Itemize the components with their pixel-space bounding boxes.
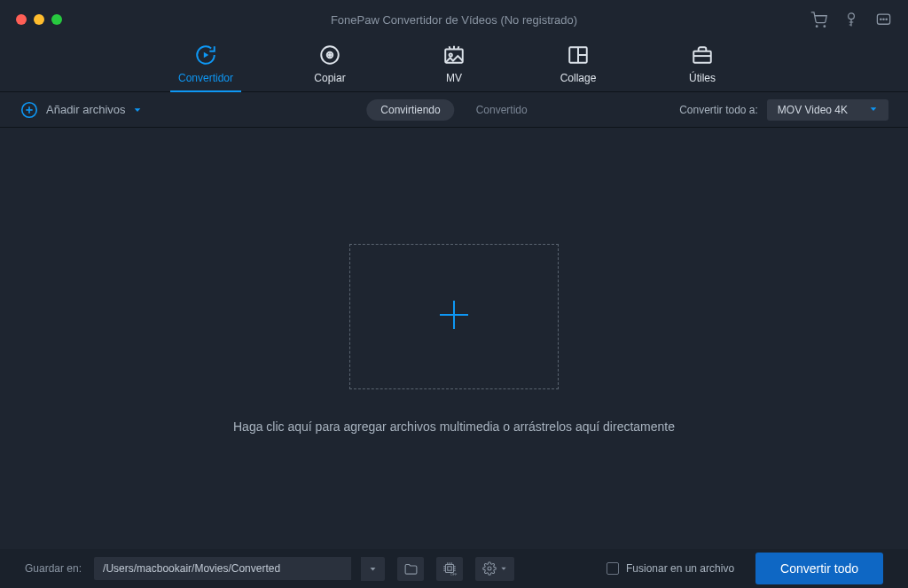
svg-marker-7 xyxy=(204,52,208,59)
svg-text:OFF: OFF xyxy=(450,573,458,576)
settings-button[interactable] xyxy=(475,557,514,581)
tab-label: Convertidor xyxy=(178,72,233,84)
app-title: FonePaw Convertidor de Vídeos (No regist… xyxy=(331,13,577,27)
convert-all-label: Convertir todo a: xyxy=(679,104,758,116)
tab-label: Útiles xyxy=(689,72,716,84)
tab-convertidor[interactable]: Convertidor xyxy=(170,43,241,91)
svg-point-1 xyxy=(824,25,826,27)
svg-point-12 xyxy=(450,53,452,56)
toolbox-icon xyxy=(691,43,714,67)
tab-label: Collage xyxy=(560,72,597,84)
format-select[interactable]: MOV Video 4K xyxy=(767,99,888,121)
tab-collage[interactable]: Collage xyxy=(543,43,614,91)
save-path-input[interactable] xyxy=(94,557,351,580)
status-convertido[interactable]: Convertido xyxy=(462,99,542,121)
svg-point-10 xyxy=(329,54,331,56)
titlebar-actions xyxy=(810,12,892,28)
key-icon[interactable] xyxy=(843,12,859,27)
add-files-label: Añadir archivos xyxy=(46,103,126,116)
status-convirtiendo[interactable]: Convirtiendo xyxy=(366,99,454,121)
window-controls xyxy=(16,14,62,25)
tab-label: Copiar xyxy=(314,72,345,84)
collage-icon xyxy=(567,43,590,67)
svg-marker-21 xyxy=(134,108,140,112)
status-tabs: Convirtiendo Convertido xyxy=(366,99,541,121)
tab-utiles[interactable]: Útiles xyxy=(667,43,738,91)
chevron-down-icon xyxy=(869,104,878,116)
tab-label: MV xyxy=(446,72,462,84)
tab-mv[interactable]: MV xyxy=(419,43,489,91)
main-area: Haga clic aquí para agregar archivos mul… xyxy=(0,128,908,549)
disc-icon xyxy=(318,43,341,67)
svg-point-4 xyxy=(881,19,881,20)
svg-rect-16 xyxy=(693,51,711,63)
svg-point-2 xyxy=(849,13,855,20)
svg-marker-25 xyxy=(371,568,376,570)
svg-rect-27 xyxy=(448,567,452,571)
convert-all-button[interactable]: Convertir todo xyxy=(755,553,883,584)
svg-point-0 xyxy=(816,25,818,27)
open-folder-button[interactable] xyxy=(397,557,424,581)
svg-point-5 xyxy=(883,19,884,20)
svg-marker-39 xyxy=(501,568,505,570)
dropzone[interactable] xyxy=(349,244,559,389)
save-label: Guardar en: xyxy=(25,562,82,575)
svg-rect-26 xyxy=(446,565,454,573)
tab-copiar[interactable]: Copiar xyxy=(294,43,365,91)
checkbox-icon xyxy=(607,562,619,575)
svg-marker-22 xyxy=(871,107,877,111)
titlebar: FonePaw Convertidor de Vídeos (No regist… xyxy=(0,0,908,39)
merge-label: Fusionar en un archivo xyxy=(626,562,734,575)
merge-checkbox[interactable]: Fusionar en un archivo xyxy=(607,562,734,575)
cart-icon[interactable] xyxy=(810,12,827,28)
convert-all-group: Convertir todo a: MOV Video 4K xyxy=(679,99,888,121)
convert-icon xyxy=(194,43,217,67)
svg-point-38 xyxy=(488,567,491,570)
svg-point-6 xyxy=(886,19,887,20)
format-value: MOV Video 4K xyxy=(778,104,848,116)
minimize-window-button[interactable] xyxy=(34,14,44,25)
subbar: Añadir archivos Convirtiendo Convertido … xyxy=(0,92,908,128)
main-tabs: Convertidor Copiar MV Collage Útiles xyxy=(0,39,908,92)
gpu-accel-button[interactable]: OFF xyxy=(436,557,463,581)
plus-icon xyxy=(433,294,475,340)
save-path-dropdown[interactable] xyxy=(360,557,385,581)
maximize-window-button[interactable] xyxy=(51,14,62,25)
feedback-icon[interactable] xyxy=(875,12,892,28)
dropzone-hint: Haga clic aquí para agregar archivos mul… xyxy=(233,419,675,434)
add-files-button[interactable]: Añadir archivos xyxy=(20,100,142,120)
close-window-button[interactable] xyxy=(16,14,27,25)
mv-icon xyxy=(442,43,466,67)
bottombar: Guardar en: OFF Fusionar en un archivo C… xyxy=(0,549,908,588)
